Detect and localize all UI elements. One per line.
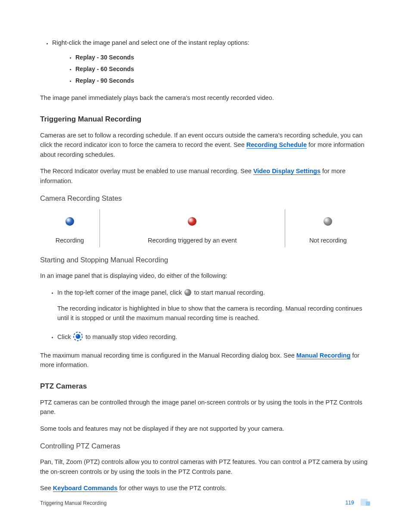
svg-point-1 (76, 334, 81, 339)
step-stop-recording: Click to manually stop video recording. (57, 332, 371, 342)
footer-section-title: Triggering Manual Recording (40, 500, 106, 506)
page: Right-click the image panel and select o… (0, 0, 411, 532)
heading-triggering-manual-recording: Triggering Manual Recording (40, 115, 371, 124)
replay-result-text: The image panel immediately plays back t… (40, 93, 371, 103)
triggering-paragraph-1: Cameras are set to follow a recording sc… (40, 131, 371, 159)
heading-ptz-cameras: PTZ Cameras (40, 382, 371, 391)
state-cell-not-recording-icon (285, 209, 371, 233)
step-start-recording: In the top-left corner of the image pane… (57, 288, 371, 323)
step-start-note: The recording indicator is highlighted i… (57, 304, 371, 323)
ptz-paragraph-1: PTZ cameras can be controlled through th… (40, 398, 371, 417)
recording-states-table: Recording Recording triggered by an even… (40, 209, 371, 247)
state-label-recording: Recording (40, 233, 100, 247)
page-number: 119 (346, 500, 354, 506)
footer-right: 119 (346, 499, 371, 507)
ptz-paragraph-4: See Keyboard Commands for other ways to … (40, 483, 371, 493)
text-fragment: to start manual recording. (192, 289, 265, 296)
record-indicator-icon (184, 289, 191, 296)
state-cell-event-icon (100, 209, 285, 233)
text-fragment: In the top-left corner of the image pane… (57, 289, 184, 296)
page-footer: Triggering Manual Recording 119 (40, 499, 371, 507)
replay-intro-text: Right-click the image panel and select o… (52, 39, 249, 46)
recording-dot-icon (65, 217, 74, 226)
state-label-event: Recording triggered by an event (100, 233, 285, 247)
stop-recording-icon (73, 332, 83, 341)
replay-option-30: Replay - 30 Seconds (75, 52, 371, 63)
not-recording-dot-icon (324, 217, 332, 226)
state-label-not-recording: Not recording (285, 233, 371, 247)
triggering-paragraph-2: The Record Indicator overlay must be ena… (40, 166, 371, 186)
startstop-steps: In the top-left corner of the image pane… (40, 288, 371, 342)
startstop-lead: In an image panel that is displaying vid… (40, 271, 371, 280)
text-fragment: The maximum manual recording time is con… (40, 352, 296, 359)
replay-option-60: Replay - 60 Seconds (75, 63, 371, 75)
replay-option-90: Replay - 90 Seconds (75, 75, 371, 87)
replay-options: Replay - 30 Seconds Replay - 60 Seconds … (52, 52, 371, 86)
link-manual-recording[interactable]: Manual Recording (296, 352, 351, 359)
heading-starting-stopping: Starting and Stopping Manual Recording (40, 256, 371, 264)
text-fragment: See (40, 485, 53, 492)
heading-camera-recording-states: Camera Recording States (40, 194, 371, 202)
max-recording-time-text: The maximum manual recording time is con… (40, 351, 371, 370)
text-fragment: The Record Indicator overlay must be ena… (40, 168, 253, 174)
event-recording-dot-icon (188, 217, 196, 226)
link-video-display-settings[interactable]: Video Display Settings (253, 168, 321, 175)
replay-options-list: Right-click the image panel and select o… (40, 38, 371, 86)
heading-controlling-ptz: Controlling PTZ Cameras (40, 442, 371, 450)
replay-intro-item: Right-click the image panel and select o… (52, 38, 371, 86)
text-fragment: to manually stop video recording. (84, 333, 177, 340)
footer-logo-icon (361, 499, 371, 507)
ptz-paragraph-3: Pan, Tilt, Zoom (PTZ) controls allow you… (40, 457, 371, 476)
svg-point-2 (77, 335, 78, 336)
link-keyboard-commands[interactable]: Keyboard Commands (53, 485, 118, 492)
link-recording-schedule[interactable]: Recording Schedule (246, 141, 307, 149)
ptz-paragraph-2: Some tools and features may not be displ… (40, 424, 371, 433)
text-fragment: for other ways to use the PTZ controls. (118, 485, 227, 492)
state-cell-recording-icon (40, 209, 100, 233)
svg-rect-4 (366, 501, 370, 506)
text-fragment: Click (57, 333, 72, 340)
